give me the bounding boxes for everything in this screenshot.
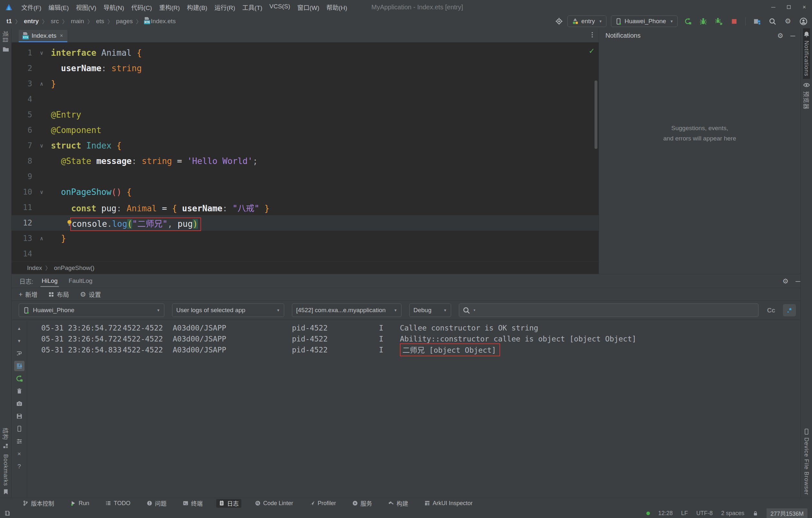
- rerun-button[interactable]: [14, 373, 25, 384]
- avatar-button[interactable]: [798, 16, 809, 27]
- tab-index-ets[interactable]: ETS Index.ets ×: [19, 30, 67, 42]
- notifications-settings-icon[interactable]: ⚙: [777, 32, 783, 39]
- devices-button[interactable]: [751, 16, 762, 27]
- menu-item-文件(F)[interactable]: 文件(F): [18, 2, 45, 13]
- status-encoding[interactable]: UTF-8: [696, 510, 713, 517]
- breadcrumb-item-pages[interactable]: pages: [115, 18, 134, 25]
- module-selector[interactable]: entry▼: [568, 16, 606, 27]
- log-row[interactable]: 05-31 23:26:54.8334522-4522A03d00/JSAPPp…: [27, 344, 801, 355]
- window-maximize-button[interactable]: [781, 0, 796, 14]
- code-line-14[interactable]: 14: [11, 246, 599, 262]
- down-button[interactable]: ▼: [14, 336, 25, 346]
- log-row[interactable]: 05-31 23:26:54.7224522-4522A03d00/JSAPPp…: [27, 323, 801, 333]
- gear-button[interactable]: ⚙: [782, 16, 793, 27]
- help-button[interactable]: ?: [14, 461, 25, 471]
- code-line-5[interactable]: 5@Entry: [11, 107, 599, 122]
- target-icon[interactable]: [555, 18, 563, 25]
- toolwindow-TODO[interactable]: TODO: [103, 499, 133, 508]
- menu-item-工具(T)[interactable]: 工具(T): [239, 2, 266, 13]
- sidebar-item-device-file-browser[interactable]: Device File Browser: [803, 426, 810, 498]
- debug-attach-button[interactable]: [713, 16, 724, 27]
- intention-bulb-icon[interactable]: [66, 219, 73, 226]
- hilog-minimize-icon[interactable]: ─: [795, 278, 801, 284]
- tab-hilog[interactable]: HiLog: [41, 274, 58, 288]
- sidebar-item-structure[interactable]: 结构: [2, 425, 10, 452]
- code-line-8[interactable]: 8 @State message: string = 'Hello World'…: [11, 153, 599, 169]
- menu-item-构建(B)[interactable]: 构建(B): [183, 2, 211, 13]
- toolwindow-Profiler[interactable]: Profiler: [307, 499, 339, 508]
- status-line-separator[interactable]: LF: [681, 510, 688, 517]
- toolwindow-ArkUI Inspector[interactable]: ArkUI Inspector: [422, 499, 475, 508]
- up-button[interactable]: ▲: [14, 323, 25, 333]
- editor-scrollbar[interactable]: [594, 81, 598, 149]
- menu-item-代码(C)[interactable]: 代码(C): [127, 2, 155, 13]
- window-minimize-button[interactable]: ─: [765, 0, 781, 14]
- 设置-button[interactable]: ⚙设置: [80, 290, 101, 299]
- menu-item-重构(R)[interactable]: 重构(R): [156, 2, 183, 13]
- notifications-minimize-icon[interactable]: ─: [790, 32, 795, 39]
- scope-filter[interactable]: User logs of selected app▼: [172, 303, 284, 317]
- breadcrumb-item-src[interactable]: src: [50, 18, 59, 25]
- 新增-button[interactable]: +新增: [19, 290, 37, 299]
- window-close-button[interactable]: ×: [796, 0, 812, 14]
- menu-item-导航(N)[interactable]: 导航(N): [100, 2, 127, 13]
- fold-marker[interactable]: ∧: [35, 235, 48, 242]
- lock-icon[interactable]: [753, 511, 758, 516]
- more-options-icon[interactable]: [589, 32, 596, 38]
- code-line-13[interactable]: 13∧ }: [11, 231, 599, 246]
- stop-button[interactable]: [729, 16, 740, 27]
- debug-button[interactable]: [698, 16, 708, 27]
- device-selector[interactable]: Huawei_Phone▼: [611, 16, 678, 27]
- tab-close-icon[interactable]: ×: [60, 33, 63, 39]
- toolwindow-Code Linter[interactable]: Code Linter: [252, 499, 296, 508]
- trash-button[interactable]: [14, 386, 25, 396]
- rerun-button[interactable]: [682, 16, 693, 27]
- fold-marker[interactable]: ∧: [35, 81, 48, 87]
- sidebar-item-bookmarks[interactable]: Bookmarks: [2, 452, 9, 498]
- toolwindow-Run[interactable]: Run: [68, 499, 92, 508]
- breadcrumb-item-entry[interactable]: entry: [23, 18, 39, 25]
- wrap-button[interactable]: [14, 348, 25, 359]
- toolwindow-终端[interactable]: 终端: [180, 499, 205, 508]
- level-filter[interactable]: Debug▼: [409, 303, 451, 317]
- breadcrumb-item-Index.ets[interactable]: Index.ets: [150, 18, 176, 25]
- sidebar-item-notifications[interactable]: Notifications: [803, 28, 810, 79]
- toolwindow-日志[interactable]: 日志: [216, 499, 241, 508]
- device-filter[interactable]: Huawei_Phone▼: [19, 303, 164, 317]
- status-indent[interactable]: 2 spaces: [721, 510, 744, 517]
- toolwindow-版本控制[interactable]: 版本控制: [20, 499, 57, 508]
- editor-breadcrumb-onPageShow()[interactable]: onPageShow(): [53, 265, 95, 272]
- menu-item-编辑(E)[interactable]: 编辑(E): [45, 2, 72, 13]
- code-line-6[interactable]: 6@Component: [11, 122, 599, 138]
- editor-breadcrumb-Index[interactable]: Index: [26, 265, 42, 272]
- fold-marker[interactable]: ∨: [35, 50, 48, 56]
- sidebar-item-previewer[interactable]: 预览器: [802, 79, 811, 112]
- breadcrumb-item-main[interactable]: main: [70, 18, 85, 25]
- code-editor[interactable]: 1∨interface Animal {2 userName: string3∧…: [11, 42, 599, 262]
- log-output[interactable]: 05-31 23:26:54.7224522-4522A03d00/JSAPPp…: [27, 320, 801, 498]
- code-line-4[interactable]: 4: [11, 91, 599, 107]
- menu-item-帮助(H)[interactable]: 帮助(H): [323, 2, 351, 13]
- camera-button[interactable]: [14, 398, 25, 409]
- code-line-7[interactable]: 7∨struct Index {: [11, 138, 599, 153]
- toolwindow-问题[interactable]: 问题: [144, 499, 169, 508]
- log-row[interactable]: 05-31 23:26:54.7224522-4522A03d00/JSAPPp…: [27, 333, 801, 344]
- match-case-toggle[interactable]: Cc: [767, 307, 775, 314]
- menu-item-视图(V)[interactable]: 视图(V): [72, 2, 100, 13]
- sidebar-item-project[interactable]: 项目: [2, 28, 10, 55]
- code-line-11[interactable]: 11 const pug: Animal = { userName: "八戒" …: [11, 200, 599, 215]
- tab-faultlog[interactable]: FaultLog: [69, 274, 92, 288]
- menu-item-运行(R)[interactable]: 运行(R): [211, 2, 238, 13]
- log-search-input[interactable]: [477, 307, 755, 314]
- scrollend-button[interactable]: [14, 361, 25, 371]
- log-search-box[interactable]: ▼: [459, 303, 758, 317]
- tool-window-toggle-icon[interactable]: [4, 510, 10, 516]
- sliders-button[interactable]: [14, 436, 25, 447]
- menu-item-窗口(W)[interactable]: 窗口(W): [294, 2, 323, 13]
- search-button[interactable]: [767, 16, 778, 27]
- breadcrumb-item-ets[interactable]: ets: [95, 18, 105, 25]
- code-line-10[interactable]: 10∨ onPageShow() {: [11, 184, 599, 200]
- device-button[interactable]: [14, 424, 25, 434]
- code-line-9[interactable]: 9: [11, 169, 599, 184]
- code-line-2[interactable]: 2 userName: string: [11, 61, 599, 76]
